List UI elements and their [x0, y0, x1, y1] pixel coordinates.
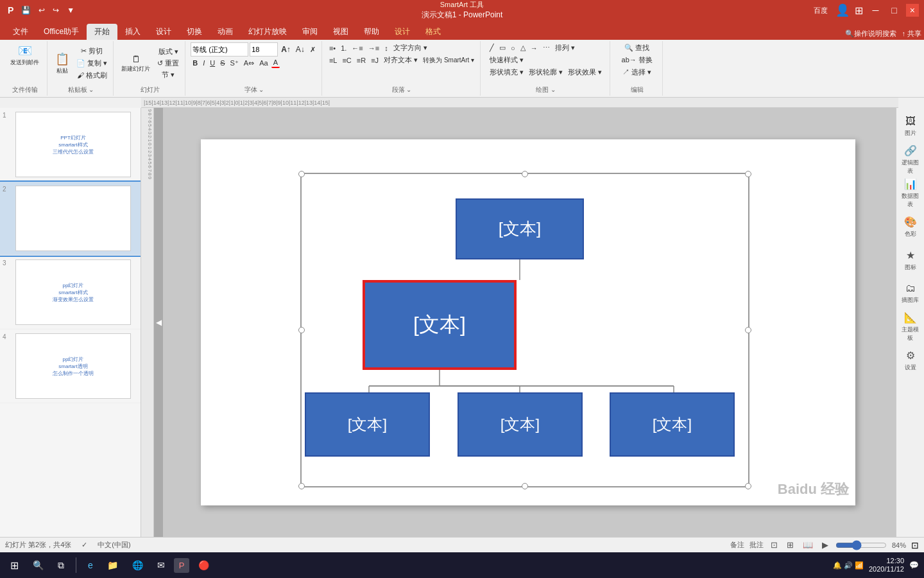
- handle-bl[interactable]: [298, 483, 305, 489]
- search-button[interactable]: 🔍: [28, 557, 49, 573]
- tab-smartart-design[interactable]: 设计: [387, 24, 418, 40]
- tab-view[interactable]: 视图: [325, 24, 356, 40]
- slide-sorter-button[interactable]: ⊞: [785, 539, 796, 550]
- increase-indent-button[interactable]: →≡: [366, 44, 381, 53]
- smartart-box-bottom-left[interactable]: [文本]: [305, 392, 430, 457]
- comments-button[interactable]: 批注: [749, 540, 764, 550]
- bold-button[interactable]: B: [191, 58, 200, 67]
- clear-format-button[interactable]: ✗: [308, 45, 318, 55]
- line-spacing-button[interactable]: ↕: [382, 44, 390, 53]
- layout-button[interactable]: 版式 ▾: [155, 46, 181, 57]
- tab-animations[interactable]: 动画: [210, 24, 241, 40]
- handle-tr[interactable]: [745, 171, 751, 177]
- tab-transitions[interactable]: 切换: [179, 24, 210, 40]
- panel-data-button[interactable]: 📊 数据图表: [900, 177, 921, 209]
- unknown-app-button[interactable]: 🔴: [193, 557, 214, 573]
- handle-br[interactable]: [745, 483, 751, 489]
- customize-button[interactable]: ▼: [64, 4, 77, 16]
- tab-slideshow[interactable]: 幻灯片放映: [241, 24, 295, 40]
- panel-gallery-button[interactable]: 🗂 摘图库: [900, 277, 921, 310]
- paste-button[interactable]: 📋 粘贴: [53, 51, 72, 76]
- ie-button[interactable]: e: [83, 557, 98, 573]
- shape-tool[interactable]: △: [518, 42, 527, 53]
- numbering-button[interactable]: 1.: [339, 44, 348, 53]
- notification-button[interactable]: 💬: [909, 561, 919, 570]
- section-button[interactable]: 节 ▾: [155, 69, 181, 80]
- close-button[interactable]: ×: [906, 4, 919, 17]
- strikethrough-button[interactable]: S: [218, 58, 227, 67]
- align-center-button[interactable]: ≡C: [340, 56, 353, 65]
- taskview-button[interactable]: ⧉: [53, 557, 69, 574]
- tab-design[interactable]: 设计: [148, 24, 179, 40]
- smartart-box-bottom-mid[interactable]: [文本]: [458, 392, 583, 457]
- justify-button[interactable]: ≡J: [369, 56, 381, 65]
- tab-insert[interactable]: 插入: [117, 24, 148, 40]
- handle-bm[interactable]: [522, 483, 528, 489]
- handle-ml[interactable]: [298, 327, 305, 333]
- zoom-slider[interactable]: [835, 540, 887, 550]
- tab-help[interactable]: 帮助: [356, 24, 387, 40]
- font-family-input[interactable]: [191, 42, 248, 57]
- panel-theme-button[interactable]: 📐 主题模板: [900, 311, 921, 343]
- align-text-button[interactable]: 对齐文本 ▾: [382, 55, 420, 66]
- line-tool[interactable]: ╱: [488, 42, 496, 53]
- font-color-button[interactable]: A: [271, 58, 280, 68]
- change-case-button[interactable]: Aa: [257, 58, 270, 67]
- new-slide-button[interactable]: 🗒 新建幻灯片: [119, 53, 153, 74]
- smartart-box-bottom-right[interactable]: [文本]: [610, 392, 735, 457]
- shape-fill-button[interactable]: 形状填充 ▾: [488, 67, 526, 78]
- maximize-button[interactable]: □: [887, 4, 900, 17]
- fit-window-button[interactable]: ⊡: [911, 540, 919, 550]
- tab-file[interactable]: 文件: [5, 24, 36, 40]
- text-direction-button[interactable]: 文字方向 ▾: [391, 42, 429, 53]
- start-button[interactable]: ⊞: [5, 557, 24, 574]
- align-right-button[interactable]: ≡R: [355, 56, 368, 65]
- panel-color-button[interactable]: 🎨 色彩: [900, 211, 921, 243]
- quick-styles-button[interactable]: 快速样式 ▾: [488, 55, 526, 66]
- text-shadow-button[interactable]: S⁺: [228, 58, 241, 68]
- tab-home[interactable]: 开始: [87, 24, 117, 40]
- send-email-button[interactable]: 📧 发送到邮件: [8, 42, 42, 68]
- email-taskbar-button[interactable]: ✉: [152, 557, 170, 573]
- explorer-button[interactable]: 📁: [102, 557, 123, 573]
- tab-review[interactable]: 审阅: [295, 24, 325, 40]
- panel-collapse-arrow[interactable]: ◀: [154, 108, 163, 537]
- char-spacing-button[interactable]: A⇔: [242, 58, 256, 68]
- handle-tl[interactable]: [298, 171, 305, 177]
- notes-button[interactable]: 备注: [730, 540, 744, 550]
- panel-image-button[interactable]: 🖼 图片: [900, 110, 921, 143]
- format-painter-button[interactable]: 🖌 格式刷: [74, 70, 109, 81]
- align-left-button[interactable]: ≡L: [327, 56, 339, 65]
- decrease-indent-button[interactable]: ←≡: [350, 44, 364, 53]
- edge-button[interactable]: 🌐: [127, 557, 148, 573]
- redo-button[interactable]: ↪: [50, 4, 62, 16]
- slide-thumbnail-2[interactable]: 2 [文本] [文本] [文本] [文本] [文本]: [0, 182, 141, 256]
- slide-thumbnail-3[interactable]: 3 pp幻灯片 smartart样式 渐变效果怎么设置: [0, 256, 141, 329]
- slide-thumbnail-4[interactable]: 4 pp幻灯片 smartart透明 怎么制作一个透明: [0, 329, 141, 403]
- panel-icon-button[interactable]: ★ 图标: [900, 244, 921, 276]
- save-button[interactable]: 💾: [19, 4, 33, 16]
- normal-view-button[interactable]: ⊡: [769, 539, 780, 550]
- handle-tm[interactable]: [522, 171, 528, 177]
- font-grow-button[interactable]: A↑: [279, 44, 293, 55]
- italic-button[interactable]: I: [201, 58, 207, 67]
- slideshow-button[interactable]: ▶: [820, 539, 830, 550]
- smartart-container[interactable]: [文本] [文本] [文本] [文本] [文本]: [300, 173, 749, 487]
- arrow-tool[interactable]: →: [529, 42, 540, 53]
- smartart-box-middle[interactable]: [文本]: [363, 280, 517, 370]
- select-button[interactable]: ↗ 选择 ▾: [620, 67, 653, 78]
- handle-mr[interactable]: [745, 327, 751, 333]
- smartart-box-top[interactable]: [文本]: [456, 198, 584, 259]
- share-button[interactable]: ↑ 共享: [899, 28, 924, 40]
- slide-canvas[interactable]: [文本] [文本] [文本] [文本] [文本]: [201, 139, 855, 505]
- find-button[interactable]: 🔍 查找: [622, 42, 651, 53]
- arrange-button[interactable]: 排列 ▾: [553, 42, 577, 53]
- font-size-input[interactable]: [250, 42, 278, 57]
- reading-view-button[interactable]: 📖: [801, 539, 815, 550]
- tab-office[interactable]: Office助手: [36, 24, 87, 40]
- convert-smartart-button[interactable]: 转换为 SmartArt ▾: [421, 55, 476, 66]
- undo-button[interactable]: ↩: [36, 4, 47, 16]
- more-shapes-button[interactable]: ⋯: [541, 42, 552, 53]
- panel-settings-button[interactable]: ⚙ 设置: [900, 344, 921, 376]
- copy-button[interactable]: 📄 复制 ▾: [74, 58, 109, 69]
